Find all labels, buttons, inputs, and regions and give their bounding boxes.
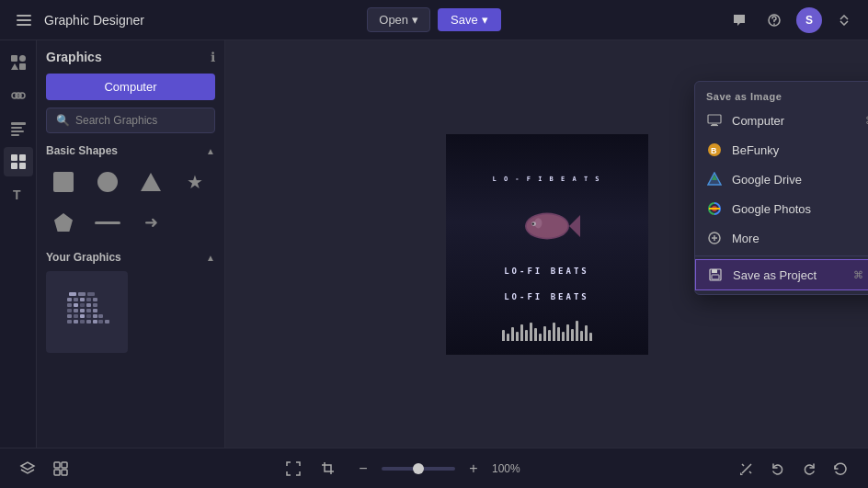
svg-rect-33 [86, 309, 91, 312]
zoom-in-button[interactable]: + [461, 456, 486, 482]
zoom-level-display: 100% [492, 462, 527, 475]
zoom-control: − + 100% [350, 456, 527, 482]
panel-title: Graphics [46, 50, 102, 64]
svg-rect-54 [708, 115, 721, 123]
computer-icon [706, 112, 723, 129]
dropdown-divider [695, 255, 868, 256]
svg-rect-20 [67, 298, 72, 301]
lofi-line3: LO-FI BEATS [504, 292, 589, 301]
main-layout: T Graphics ℹ Computer 🔍 Search Graphics … [0, 40, 868, 448]
google-photos-label: Google Photos [732, 202, 811, 216]
basic-shapes-collapse[interactable]: ▲ [206, 146, 215, 156]
more-icon [706, 230, 723, 246]
expand-icon-button[interactable] [831, 7, 857, 33]
google-drive-icon [706, 171, 723, 187]
svg-rect-39 [93, 314, 97, 318]
redo-button[interactable] [796, 456, 822, 482]
shape-arrow[interactable]: ➜ [133, 205, 168, 240]
layers-icon-button[interactable] [15, 456, 40, 482]
your-graphics-title: Your Graphics [46, 251, 121, 264]
svg-rect-18 [78, 292, 86, 296]
zoom-thumb[interactable] [413, 463, 424, 474]
shape-square[interactable] [46, 165, 81, 199]
google-photos-icon [706, 200, 723, 217]
svg-rect-26 [74, 303, 78, 307]
svg-rect-46 [98, 320, 103, 323]
svg-rect-35 [67, 314, 72, 318]
svg-rect-13 [19, 154, 26, 161]
canvas-content: L O - F I B E A T S LO-FI BEATS LO-FI BE… [446, 134, 648, 355]
computer-shortcut: ⌘ S [865, 115, 868, 127]
save-project-shortcut: ⌘ ⇧ S [853, 269, 868, 281]
dropdown-item-save-project[interactable]: Save as Project ⌘ ⇧ S [695, 259, 868, 290]
topbar-left: Graphic Designer [11, 7, 358, 33]
svg-rect-24 [93, 298, 97, 301]
refresh-button[interactable] [828, 456, 853, 482]
svg-rect-29 [93, 303, 97, 307]
svg-rect-67 [712, 269, 717, 273]
dropdown-item-google-photos[interactable]: Google Photos [695, 194, 868, 223]
your-graphics-collapse[interactable]: ▲ [206, 253, 215, 263]
icon-sidebar: T [0, 40, 37, 448]
sidebar-type-icon[interactable]: T [4, 180, 33, 210]
sidebar-shapes-icon[interactable] [4, 48, 33, 77]
shape-star[interactable]: ★ [177, 165, 212, 199]
svg-point-2 [19, 55, 26, 62]
crop-icon-button[interactable] [315, 456, 341, 482]
more-label: More [732, 232, 760, 245]
dropdown-item-befunky[interactable]: B BeFunky [695, 135, 868, 165]
canvas-area[interactable]: L O - F I B E A T S LO-FI BEATS LO-FI BE… [225, 40, 868, 448]
undo-button[interactable] [765, 456, 791, 482]
svg-rect-43 [80, 320, 85, 323]
save-button[interactable]: Save ▾ [438, 8, 501, 31]
chat-icon-button[interactable] [726, 7, 752, 33]
bottombar-right [734, 456, 853, 482]
shape-circle[interactable] [90, 165, 125, 199]
sidebar-effects-icon[interactable] [4, 81, 33, 110]
zoom-track[interactable] [382, 467, 455, 471]
svg-rect-45 [93, 320, 97, 323]
svg-text:B: B [711, 146, 717, 155]
zoom-out-button[interactable]: − [350, 456, 376, 482]
your-graphics-grid [46, 271, 215, 353]
svg-rect-19 [87, 292, 95, 296]
help-icon-button[interactable] [761, 7, 787, 33]
svg-rect-28 [86, 303, 91, 307]
dropdown-item-more[interactable]: More ▶ [695, 223, 868, 253]
svg-rect-41 [67, 320, 72, 323]
svg-rect-71 [54, 470, 60, 475]
computer-button[interactable]: Computer [46, 74, 215, 100]
svg-rect-22 [80, 298, 85, 301]
graphic-thumb-1[interactable] [46, 271, 128, 353]
magic-icon-button[interactable] [734, 456, 760, 482]
open-button[interactable]: Open ▾ [367, 7, 430, 32]
svg-rect-4 [19, 63, 26, 70]
sidebar-text-icon[interactable] [4, 114, 33, 143]
graphics-panel: Graphics ℹ Computer 🔍 Search Graphics Ba… [37, 40, 225, 448]
shape-pentagon[interactable] [46, 205, 81, 240]
svg-rect-38 [86, 314, 91, 318]
hamburger-icon [17, 15, 31, 26]
topbar: Graphic Designer Open ▾ Save ▾ S [0, 0, 868, 40]
svg-rect-15 [19, 163, 26, 169]
svg-rect-21 [74, 298, 78, 301]
dropdown-container: Save as Image Computer ⌘ S [694, 81, 868, 295]
shape-triangle[interactable] [133, 165, 168, 199]
shape-line[interactable] [90, 205, 125, 240]
panel-info-icon[interactable]: ℹ [211, 50, 215, 64]
avatar[interactable]: S [796, 7, 822, 33]
topbar-center: Open ▾ Save ▾ [367, 7, 500, 32]
fullscreen-icon-button[interactable] [280, 456, 306, 482]
dropdown-item-google-drive[interactable]: Google Drive [695, 165, 868, 194]
sidebar-graphics-icon[interactable] [4, 147, 33, 176]
svg-rect-72 [62, 470, 67, 475]
hamburger-button[interactable] [11, 7, 37, 33]
grid-icon-button[interactable] [48, 456, 74, 482]
dropdown-item-computer[interactable]: Computer ⌘ S [695, 106, 868, 135]
svg-point-53 [531, 222, 533, 224]
svg-rect-10 [11, 131, 24, 132]
svg-rect-11 [11, 134, 19, 136]
search-box[interactable]: 🔍 Search Graphics [46, 108, 215, 133]
svg-rect-14 [11, 163, 17, 169]
svg-rect-68 [712, 275, 719, 279]
